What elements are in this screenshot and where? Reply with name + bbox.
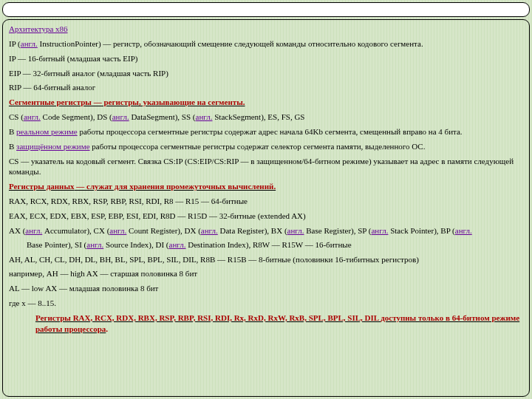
engl-link[interactable]: англ.: [371, 226, 388, 235]
engl-link[interactable]: англ.: [112, 112, 129, 121]
ax-line: AX (англ. Accumulator), CX (англ. Count …: [9, 225, 523, 236]
ip16-line: IP — 16-битный (младшая часть EIP): [9, 53, 523, 64]
engl-link[interactable]: англ.: [25, 226, 42, 235]
engl-link[interactable]: англ.: [21, 39, 38, 48]
engl-link[interactable]: англ.: [287, 226, 304, 235]
eax-line: EAX, ECX, EDX, EBX, ESP, EBP, ESI, EDI, …: [9, 211, 523, 222]
x-example: где x — 8..15.: [9, 298, 523, 309]
cs-pointer-line: CS — указатель на кодовый сегмент. Связк…: [9, 156, 523, 178]
protected-mode-line: В защищённом режиме работы процессора се…: [9, 141, 523, 152]
engl-link[interactable]: англ.: [201, 226, 218, 235]
engl-link[interactable]: англ.: [196, 112, 213, 121]
engl-link[interactable]: англ.: [24, 112, 41, 121]
data-regs-heading: Регистры данных — служат для хранения пр…: [9, 181, 523, 192]
engl-link[interactable]: англ.: [86, 240, 103, 249]
eip-line: EIP — 32-битный аналог (младшая часть RI…: [9, 68, 523, 79]
rip-line: RIP — 64-битный аналог: [9, 82, 523, 93]
engl-link[interactable]: англ.: [169, 240, 186, 249]
protected-mode-link[interactable]: защищённом режиме: [16, 142, 89, 151]
real-mode-line: В реальном режиме работы процессора сегм…: [9, 126, 523, 137]
rax-line: RAX, RCX, RDX, RBX, RSP, RBP, RSI, RDI, …: [9, 196, 523, 207]
ah-example: например, AH — high AX — старшая половин…: [9, 268, 523, 279]
ah-line: AH, AL, CH, CL, DH, DL, BH, BL, SPL, BPL…: [9, 254, 523, 265]
engl-link[interactable]: англ.: [455, 226, 472, 235]
title-link[interactable]: Архитектура x86: [9, 24, 68, 33]
ip-line: IP (англ. InstructionPointer) — регистр,…: [9, 38, 523, 50]
ax-line-2: Base Pointer), SI (англ. Source Index), …: [9, 239, 523, 250]
tab-bar: [2, 2, 530, 17]
real-mode-link[interactable]: реальном режиме: [16, 127, 78, 136]
page-title: Архитектура x86: [9, 24, 523, 35]
note-64bit: Регистры RAX, RCX, RDX, RBX, RSP, RBP, R…: [9, 313, 523, 335]
content-frame: Архитектура x86 IP (англ. InstructionPoi…: [2, 19, 530, 397]
al-example: AL — low AX — младшая половинка 8 бит: [9, 283, 523, 294]
engl-link[interactable]: англ.: [109, 226, 126, 235]
segment-heading: Сегментные регистры — регистры, указываю…: [9, 97, 523, 108]
segment-list: CS (англ. Code Segment), DS (англ. DataS…: [9, 112, 523, 123]
